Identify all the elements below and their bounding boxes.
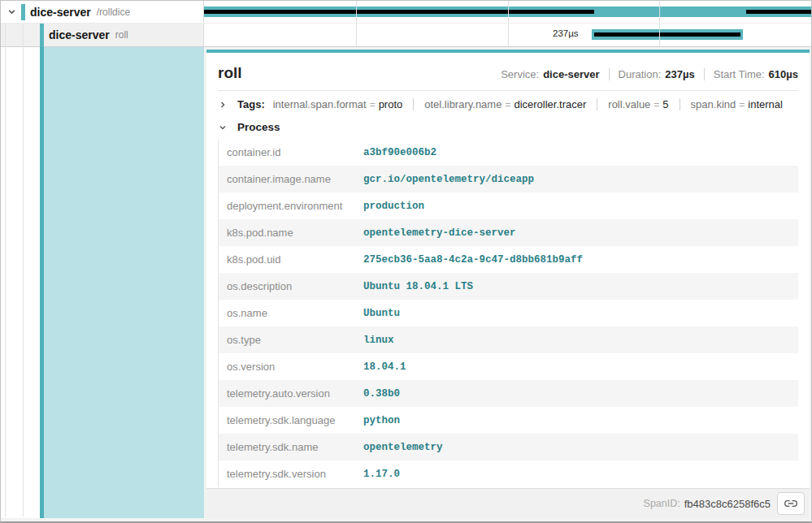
process-key: os.name <box>219 307 363 319</box>
service-name: dice-server <box>30 6 91 19</box>
duration-label: 237µs <box>553 28 579 38</box>
detail-body: roll Service:dice-serverDuration:237µsSt… <box>1 47 811 521</box>
process-row: telemetry.sdk.name opentelemetry <box>219 434 798 460</box>
overview-info-item: Duration:237µs <box>609 68 695 80</box>
tag-key: span.kind <box>691 98 736 110</box>
process-value: opentelemetry <box>363 442 443 453</box>
process-key: os.description <box>219 280 363 292</box>
process-row: telemetry.auto.version 0.38b0 <box>219 380 798 407</box>
span-detail-footer: SpanID: fb483c8c6258f6c5 <box>206 488 810 518</box>
process-key: deployment.environment <box>219 200 363 212</box>
process-value: production <box>363 201 424 212</box>
timeline-gridline <box>508 24 509 46</box>
process-value: 18.04.1 <box>363 361 406 373</box>
tags-accordion[interactable]: Tags: internal.span.format=protootel.lib… <box>206 91 810 116</box>
process-row: telemetry.sdk.version 1.17.0 <box>219 460 798 487</box>
info-value: 237µs <box>665 68 694 80</box>
tag-value: 5 <box>662 98 668 110</box>
info-value: 610µs <box>769 68 798 80</box>
process-key: container.image.name <box>219 173 363 185</box>
timeline-gridline <box>356 24 357 46</box>
chevron-down-icon[interactable] <box>218 123 228 132</box>
process-value: Ubuntu <box>363 308 400 319</box>
tag-items: internal.span.format=protootel.library.n… <box>273 98 783 110</box>
parent-bar-overlay <box>746 10 811 14</box>
tree-guide-line <box>23 24 24 517</box>
process-row: container.image.name gcr.io/opentelemetr… <box>219 166 798 192</box>
span-row-rolldice: dice-server /rolldice <box>1 1 811 24</box>
operation-name: /rolldice <box>97 6 130 18</box>
info-label: Start Time: <box>714 68 765 80</box>
operation-name: roll <box>115 29 128 41</box>
info-label: Service: <box>501 68 539 80</box>
copy-link-button[interactable] <box>777 492 805 515</box>
process-value: 275ecb36-5aa8-4c2a-9c47-d8bb681b9aff <box>363 254 583 266</box>
process-key: k8s.pod.uid <box>219 253 363 266</box>
span-row-roll: dice-server roll 237µs <box>1 24 811 47</box>
equals-sign: = <box>505 99 510 110</box>
process-key: os.type <box>219 334 363 346</box>
child-bar-overlay <box>594 32 740 37</box>
span-detail-card: roll Service:dice-serverDuration:237µsSt… <box>206 50 810 518</box>
equals-sign: = <box>370 99 376 110</box>
process-row: k8s.pod.name opentelemetry-dice-server <box>219 219 798 246</box>
equals-sign: = <box>654 99 659 110</box>
trace-detail-window: dice-server /rolldice dice-server roll 2… <box>0 0 812 523</box>
span-color-bar <box>40 24 44 47</box>
process-row: os.name Ubuntu <box>219 300 798 326</box>
chevron-down-icon[interactable] <box>7 7 16 17</box>
timeline-cell-parent[interactable] <box>204 1 811 23</box>
tag-value: internal <box>748 98 783 110</box>
span-overview-info: Service:dice-serverDuration:237µsStart T… <box>501 68 798 80</box>
tag-item: otel.library.name=diceroller.tracer <box>413 98 586 110</box>
process-row: deployment.environment production <box>219 192 798 219</box>
tag-value: diceroller.tracer <box>514 98 586 110</box>
spanid-value: fb483c8c6258f6c5 <box>684 498 771 510</box>
tags-label: Tags: <box>237 98 265 110</box>
spanid-label: SpanID: <box>644 498 680 509</box>
process-row: container.id a3bf90e006b2 <box>219 139 798 166</box>
info-value: dice-server <box>543 68 599 80</box>
timeline-gridline <box>659 1 660 23</box>
process-key: os.version <box>219 361 363 373</box>
process-row: os.version 18.04.1 <box>219 353 798 380</box>
link-icon <box>784 497 797 510</box>
overview-info-item: Service:dice-server <box>501 68 599 80</box>
parent-bar-overlay <box>204 10 594 14</box>
tag-key: roll.value <box>608 98 650 110</box>
child-span-bar[interactable] <box>592 29 743 40</box>
span-detail-header: roll Service:dice-serverDuration:237µsSt… <box>206 53 810 90</box>
process-key: telemetry.sdk.language <box>219 414 363 426</box>
process-value: Ubuntu 18.04.1 LTS <box>363 281 473 292</box>
timeline-gridline <box>508 1 509 23</box>
timeline-gridline <box>659 24 660 46</box>
span-name-cell-roll[interactable]: dice-server roll <box>1 24 204 46</box>
process-label: Process <box>237 121 280 133</box>
span-title: roll <box>218 64 242 82</box>
process-value: a3bf90e006b2 <box>363 147 436 158</box>
process-value: linux <box>363 335 394 346</box>
process-value: gcr.io/opentelemetry/diceapp <box>363 174 534 185</box>
process-key: telemetry.sdk.version <box>219 468 363 480</box>
tag-item: span.kind=internal <box>680 98 783 110</box>
tag-key: otel.library.name <box>424 98 502 110</box>
process-key: k8s.pod.name <box>219 227 363 239</box>
span-name-cell-rolldice[interactable]: dice-server /rolldice <box>1 1 204 23</box>
process-value: 1.17.0 <box>363 469 400 480</box>
overview-info-item: Start Time:610µs <box>704 68 798 80</box>
selected-span-highlight[interactable] <box>44 47 204 518</box>
tree-gutter <box>1 47 40 518</box>
process-accordion[interactable]: Process <box>206 116 810 139</box>
process-row: os.type linux <box>219 326 798 353</box>
span-color-bar <box>21 4 25 20</box>
process-value: 0.38b0 <box>363 388 400 400</box>
equals-sign: = <box>739 99 745 110</box>
process-value: opentelemetry-dice-server <box>363 227 516 239</box>
tag-item: internal.span.format=proto <box>273 98 403 110</box>
chevron-right-icon[interactable] <box>218 100 228 110</box>
service-name: dice-server <box>49 28 110 41</box>
timeline-cell-child[interactable]: 237µs <box>204 24 811 46</box>
tag-key: internal.span.format <box>273 98 367 110</box>
process-row: os.description Ubuntu 18.04.1 LTS <box>219 273 798 300</box>
tree-guide-line <box>5 24 6 517</box>
